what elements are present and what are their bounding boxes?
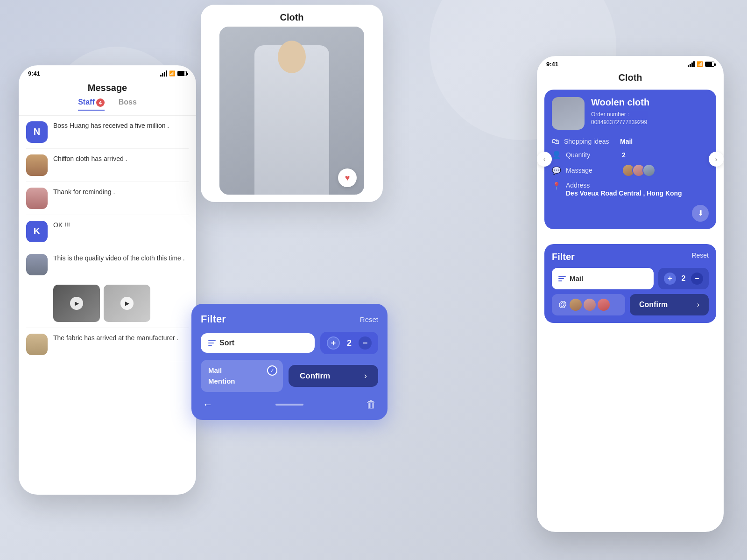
product-info: Woolen cloth Order number : 008493372777… (591, 97, 709, 126)
confirm-button-right[interactable]: Confirm › (630, 294, 709, 315)
play-button-2[interactable]: ▶ (120, 297, 134, 310)
counter-plus-btn[interactable]: + (327, 336, 340, 350)
list-item[interactable]: Chiffon cloth has arrived . (26, 149, 189, 182)
product-top: Woolen cloth Order number : 008493372777… (552, 97, 709, 130)
sort-lines-icon (208, 340, 216, 346)
tabs-left: Staff4 Boss (19, 93, 196, 116)
counter-minus-right[interactable]: − (691, 273, 703, 285)
avatar (26, 154, 48, 176)
massage-icon: 💬 (552, 166, 561, 175)
mini-av-2 (584, 299, 596, 311)
battery-icon-right (705, 62, 714, 67)
product-name: Woolen cloth (591, 97, 709, 108)
message-list: N Boss Huang has received a five million… (19, 116, 196, 361)
mini-avatar-group (570, 299, 610, 311)
at-icon: @ (558, 300, 567, 309)
counter-group: + 2 − (320, 332, 378, 354)
detail-row-address: 📍 Address Des Voeux Road Central , Hong … (552, 182, 709, 198)
mid-section: Cloth ♥ Filter Reset Sort (201, 5, 383, 406)
sort-lines-icon-right (558, 276, 566, 281)
nav-arrow-right[interactable]: › (709, 152, 724, 167)
delete-icon[interactable]: 🗑 (366, 399, 376, 411)
filter-right-reset[interactable]: Reset (691, 252, 709, 262)
status-icons-left: 📶 (160, 70, 187, 77)
product-details: 🛍 Shopping ideas Mail 👤 Quantity 2 💬 Mas… (552, 137, 709, 198)
counter-plus-right[interactable]: + (664, 273, 676, 285)
avatar: K (26, 221, 48, 242)
address-val: Des Voeux Road Central , Hong Kong (566, 189, 682, 198)
quantity-val: 2 (622, 151, 626, 159)
product-thumbnail (552, 97, 585, 130)
list-item[interactable]: Thank for reminding . (26, 182, 189, 215)
filter-mail-button[interactable]: Mail (552, 268, 654, 289)
mention-label: Mention (208, 376, 275, 387)
status-icons-right: 📶 (688, 61, 714, 67)
avatar (26, 334, 48, 355)
shopping-icon: 🛍 (552, 137, 559, 146)
status-bar-right: 9:41 📶 (537, 56, 724, 70)
right-phone: 9:41 📶 Cloth ‹ › (537, 56, 724, 532)
play-button-1[interactable]: ▶ (70, 297, 83, 310)
avatar (26, 188, 48, 209)
shopping-val: Mail (620, 138, 633, 145)
message-text: Thank for reminding . (53, 188, 189, 197)
page-title-right: Cloth (537, 70, 724, 90)
massage-key: Massage (566, 167, 617, 174)
video-thumb-1[interactable]: ▶ (53, 285, 100, 322)
message-text: Boss Huang has received a five million . (53, 121, 189, 131)
avatar (26, 254, 48, 275)
confirm-label: Confirm (300, 371, 330, 381)
cloth-card: Cloth ♥ (201, 5, 383, 202)
address-icon: 📍 (552, 182, 561, 190)
swipe-bar (275, 404, 303, 406)
download-button[interactable]: ⬇ (692, 205, 709, 222)
shopping-key: Shopping ideas (564, 138, 615, 145)
mini-av-3 (598, 299, 610, 311)
message-text: OK !!! (53, 221, 189, 230)
counter-minus-btn[interactable]: − (359, 336, 372, 350)
nav-arrow-left[interactable]: ‹ (537, 152, 552, 167)
filter-row-1: Sort + 2 − (201, 332, 378, 354)
filter-right-row2: @ Confirm › (552, 294, 709, 315)
mail-mention-box[interactable]: Mail Mention ✓ (201, 360, 283, 392)
filter-header: Filter Reset (201, 313, 378, 325)
confirm-button-mid[interactable]: Confirm › (289, 365, 378, 387)
mini-av-1 (570, 299, 582, 311)
confirm-arrow-right-icon: › (697, 301, 699, 309)
heart-button[interactable]: ♥ (338, 168, 357, 187)
list-item[interactable]: N Boss Huang has received a five million… (26, 116, 189, 149)
cloth-image: ♥ (219, 27, 364, 195)
filter-right-title: Filter (552, 252, 575, 262)
filter-right: Filter Reset Mail + 2 − @ (544, 244, 716, 323)
battery-icon (177, 71, 187, 76)
address-key: Address (566, 182, 682, 189)
list-item[interactable]: This is the quality video of the cloth t… (26, 248, 189, 328)
message-text: Chiffon cloth has arrived . (53, 154, 189, 164)
detail-row-shopping: 🛍 Shopping ideas Mail (552, 137, 709, 146)
sort-button[interactable]: Sort (201, 333, 315, 353)
massage-avatar-3 (642, 164, 655, 177)
massage-avatars (622, 164, 655, 177)
mention-box-right[interactable]: @ (552, 294, 625, 315)
cloth-card-title: Cloth (201, 5, 383, 27)
video-thumb-2[interactable]: ▶ (104, 285, 150, 322)
quantity-key: Quantity (566, 151, 617, 159)
tab-staff[interactable]: Staff4 (78, 98, 105, 111)
filter-right-header: Filter Reset (552, 252, 709, 262)
quantity-icon: 👤 (552, 150, 561, 159)
mail-label: Mail (208, 365, 275, 376)
list-item[interactable]: K OK !!! (26, 215, 189, 248)
back-arrow-icon[interactable]: ← (203, 399, 213, 411)
video-thumbnails: ▶ ▶ (53, 285, 150, 322)
status-bar-left: 9:41 📶 (19, 65, 196, 79)
list-item[interactable]: The fabric has arrived at the manufactur… (26, 328, 189, 361)
counter-value: 2 (345, 338, 354, 348)
filter-row-2: Mail Mention ✓ Confirm › (201, 360, 378, 392)
filter-footer: ← 🗑 (201, 399, 378, 411)
page-title-left: Message (19, 79, 196, 93)
signal-icon (160, 71, 167, 77)
filter-popup-mid: Filter Reset Sort + 2 − (191, 304, 388, 420)
model-head (278, 41, 306, 73)
tab-boss[interactable]: Boss (119, 98, 137, 111)
filter-reset-btn[interactable]: Reset (360, 315, 378, 323)
